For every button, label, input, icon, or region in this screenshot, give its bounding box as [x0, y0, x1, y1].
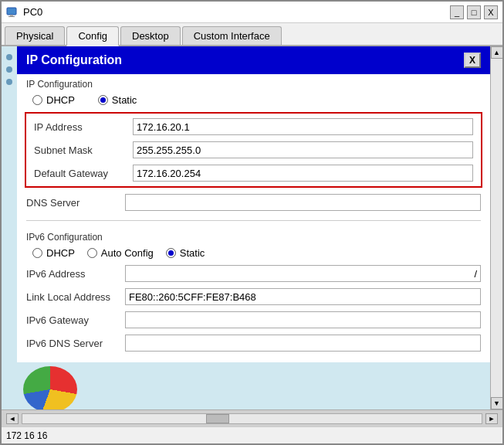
tab-bar: Physical Config Desktop Custom Interface	[2, 23, 502, 46]
ipv6-dhcp-radio[interactable]: DHCP	[32, 247, 75, 259]
ip-config-title: IP Configuration	[26, 53, 122, 67]
ipv6-section-label: IPv6 Configuration	[17, 227, 490, 244]
tab-custom-interface[interactable]: Custom Interface	[182, 26, 282, 45]
scroll-up-button[interactable]: ▲	[491, 46, 503, 59]
pc-icon	[6, 6, 19, 19]
status-bar: 172 16 16	[2, 426, 502, 443]
svg-rect-0	[7, 8, 16, 15]
minimize-button[interactable]: _	[450, 5, 464, 19]
dns-server-input[interactable]	[125, 194, 481, 211]
dns-server-row: DNS Server	[17, 191, 490, 214]
scroll-right-button[interactable]: ►	[485, 413, 498, 424]
ipv6-dns-row: IPv6 DNS Server	[17, 331, 490, 355]
main-window: PC0 _ □ X Physical Config Desktop Custom…	[0, 0, 504, 445]
pie-chart-icon	[23, 366, 77, 409]
ipv6-slash-indicator: /	[471, 265, 481, 282]
ipv6-static-radio[interactable]: Static	[166, 247, 205, 259]
ip-address-label: IP Address	[34, 121, 127, 133]
ipv6-address-field: /	[125, 265, 481, 282]
scroll-down-button[interactable]: ▼	[491, 397, 503, 409]
ipv6-dhcp-radio-circle[interactable]	[32, 248, 42, 258]
dhcp-label: DHCP	[46, 94, 75, 106]
ipv6-dns-input[interactable]	[125, 335, 481, 352]
default-gateway-input[interactable]	[133, 165, 473, 182]
ip-section-label: IP Configuration	[17, 74, 490, 91]
default-gateway-row: Default Gateway	[28, 161, 479, 185]
static-radio-circle[interactable]	[98, 95, 108, 105]
ipv6-static-label: Static	[180, 247, 205, 259]
title-bar-controls: _ □ X	[450, 5, 498, 19]
ipv6-auto-radio[interactable]: Auto Config	[87, 247, 154, 259]
ip-config-close-button[interactable]: X	[464, 53, 481, 68]
ipv6-address-input[interactable]	[125, 265, 471, 282]
ipv6-auto-radio-circle[interactable]	[87, 248, 97, 258]
ipv6-static-radio-circle[interactable]	[166, 248, 176, 258]
highlighted-fields-group: IP Address Subnet Mask Default Gateway	[25, 112, 482, 188]
link-local-row: Link Local Address	[17, 285, 490, 308]
ip-mode-radio-row: DHCP Static	[17, 91, 490, 109]
left-accent	[2, 46, 17, 409]
svg-rect-2	[8, 16, 15, 17]
subnet-mask-label: Subnet Mask	[34, 144, 127, 156]
ipv6-address-row: IPv6 Address /	[17, 262, 490, 285]
section-divider	[26, 220, 481, 221]
close-button[interactable]: X	[484, 5, 498, 19]
ip-address-input[interactable]	[133, 118, 473, 135]
scroll-h-track[interactable]	[22, 413, 482, 424]
left-dot-3	[6, 79, 12, 85]
tab-desktop[interactable]: Desktop	[120, 26, 181, 45]
ipv6-gateway-input[interactable]	[125, 311, 481, 328]
static-radio[interactable]: Static	[98, 94, 137, 106]
link-local-label: Link Local Address	[26, 291, 119, 303]
horizontal-scrollbar: ◄ ►	[2, 409, 502, 426]
ip-config-header: IP Configuration X	[17, 46, 490, 74]
subnet-mask-input[interactable]	[133, 141, 473, 158]
bottom-image-area	[17, 362, 490, 409]
scroll-h-thumb[interactable]	[206, 414, 229, 423]
default-gateway-label: Default Gateway	[34, 168, 127, 179]
ipv6-dns-label: IPv6 DNS Server	[26, 338, 119, 349]
dns-server-label: DNS Server	[26, 197, 119, 209]
title-bar: PC0 _ □ X	[2, 2, 502, 23]
ipv6-gateway-label: IPv6 Gateway	[26, 314, 119, 326]
dhcp-radio-circle[interactable]	[32, 95, 42, 105]
tab-config[interactable]: Config	[66, 26, 119, 46]
content-area: IP Configuration X IP Configuration DHCP…	[2, 46, 502, 409]
dhcp-radio[interactable]: DHCP	[32, 94, 75, 106]
window-title: PC0	[23, 6, 42, 18]
title-bar-left: PC0	[6, 6, 42, 19]
tab-physical[interactable]: Physical	[5, 26, 65, 45]
main-panel: IP Configuration X IP Configuration DHCP…	[17, 46, 490, 409]
ip-address-row: IP Address	[28, 115, 479, 138]
scroll-track[interactable]	[491, 59, 502, 397]
left-dot-1	[6, 54, 12, 60]
static-label: Static	[112, 94, 137, 106]
ipv6-auto-label: Auto Config	[101, 247, 154, 259]
ipv6-address-label: IPv6 Address	[26, 268, 119, 280]
left-dot-2	[6, 66, 12, 73]
ipv6-gateway-row: IPv6 Gateway	[17, 308, 490, 331]
link-local-input[interactable]	[125, 288, 481, 305]
subnet-mask-row: Subnet Mask	[28, 138, 479, 161]
status-text: 172 16 16	[6, 430, 47, 441]
svg-rect-1	[10, 15, 13, 16]
scrollbar-vertical: ▲ ▼	[490, 46, 502, 409]
ipv6-dhcp-label: DHCP	[46, 247, 75, 259]
maximize-button[interactable]: □	[467, 5, 481, 19]
scroll-left-button[interactable]: ◄	[6, 413, 19, 424]
ipv6-mode-radio-row: DHCP Auto Config Static	[17, 244, 490, 262]
